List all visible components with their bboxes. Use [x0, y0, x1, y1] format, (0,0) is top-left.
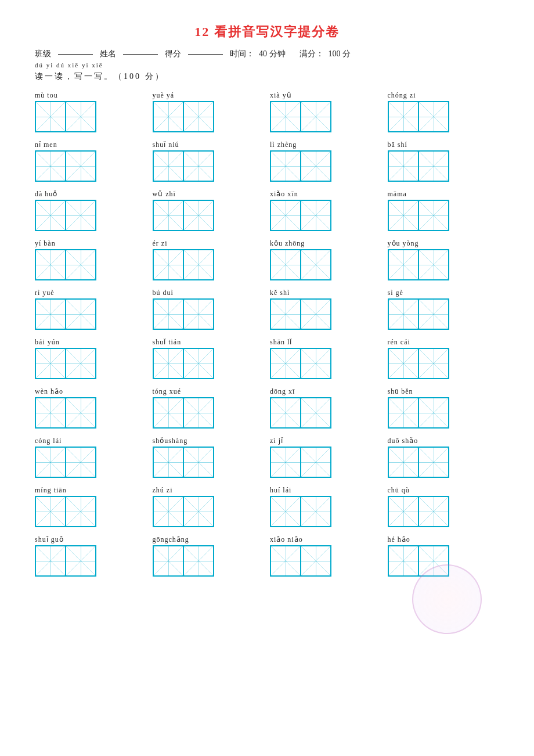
- char-box[interactable]: [183, 102, 214, 132]
- char-boxes[interactable]: [35, 496, 96, 527]
- char-box[interactable]: [153, 299, 183, 329]
- char-box[interactable]: [66, 546, 96, 576]
- name-blank[interactable]: [123, 54, 158, 55]
- char-box[interactable]: [183, 546, 214, 576]
- char-box[interactable]: [153, 151, 183, 181]
- char-box[interactable]: [301, 151, 331, 181]
- char-boxes[interactable]: [388, 200, 449, 231]
- char-box[interactable]: [35, 102, 66, 132]
- char-box[interactable]: [270, 447, 301, 477]
- char-box[interactable]: [66, 299, 96, 329]
- char-box[interactable]: [153, 200, 183, 231]
- char-box[interactable]: [388, 151, 418, 181]
- char-boxes[interactable]: [270, 200, 331, 231]
- char-boxes[interactable]: [35, 348, 96, 379]
- char-box[interactable]: [35, 250, 66, 280]
- char-box[interactable]: [301, 447, 331, 477]
- char-box[interactable]: [301, 398, 331, 428]
- char-box[interactable]: [183, 200, 214, 231]
- char-boxes[interactable]: [270, 496, 331, 527]
- char-box[interactable]: [35, 299, 66, 329]
- char-box[interactable]: [418, 496, 449, 527]
- char-box[interactable]: [183, 496, 214, 527]
- char-box[interactable]: [388, 299, 418, 329]
- char-boxes[interactable]: [153, 397, 214, 429]
- char-box[interactable]: [35, 398, 66, 428]
- char-box[interactable]: [183, 250, 214, 280]
- char-boxes[interactable]: [270, 447, 331, 478]
- char-box[interactable]: [183, 398, 214, 428]
- char-box[interactable]: [418, 250, 449, 280]
- char-boxes[interactable]: [153, 348, 214, 379]
- class-blank[interactable]: [58, 54, 93, 55]
- char-box[interactable]: [270, 348, 301, 379]
- char-boxes[interactable]: [35, 249, 96, 280]
- char-boxes[interactable]: [270, 545, 331, 577]
- char-box[interactable]: [270, 250, 301, 280]
- char-box[interactable]: [183, 348, 214, 379]
- char-box[interactable]: [66, 102, 96, 132]
- char-boxes[interactable]: [388, 298, 449, 330]
- char-box[interactable]: [418, 299, 449, 329]
- char-box[interactable]: [301, 250, 331, 280]
- char-box[interactable]: [66, 348, 96, 379]
- char-box[interactable]: [153, 250, 183, 280]
- char-boxes[interactable]: [388, 447, 449, 478]
- char-box[interactable]: [66, 398, 96, 428]
- char-boxes[interactable]: [388, 348, 449, 379]
- char-box[interactable]: [388, 546, 418, 576]
- char-box[interactable]: [183, 447, 214, 477]
- char-box[interactable]: [153, 398, 183, 428]
- char-box[interactable]: [66, 496, 96, 527]
- char-box[interactable]: [418, 398, 449, 428]
- char-box[interactable]: [153, 447, 183, 477]
- char-box[interactable]: [35, 447, 66, 477]
- char-box[interactable]: [388, 102, 418, 132]
- char-box[interactable]: [388, 447, 418, 477]
- char-boxes[interactable]: [153, 249, 214, 280]
- char-box[interactable]: [66, 151, 96, 181]
- char-box[interactable]: [388, 348, 418, 379]
- char-box[interactable]: [270, 398, 301, 428]
- char-box[interactable]: [301, 348, 331, 379]
- char-box[interactable]: [153, 546, 183, 576]
- char-box[interactable]: [418, 200, 449, 231]
- char-boxes[interactable]: [270, 397, 331, 429]
- char-boxes[interactable]: [153, 150, 214, 182]
- char-box[interactable]: [270, 496, 301, 527]
- char-boxes[interactable]: [388, 397, 449, 429]
- char-box[interactable]: [388, 250, 418, 280]
- char-box[interactable]: [153, 102, 183, 132]
- char-boxes[interactable]: [35, 397, 96, 429]
- char-box[interactable]: [418, 546, 449, 576]
- char-boxes[interactable]: [35, 545, 96, 577]
- char-boxes[interactable]: [153, 496, 214, 527]
- char-box[interactable]: [35, 151, 66, 181]
- score-blank[interactable]: [188, 54, 223, 55]
- char-box[interactable]: [270, 299, 301, 329]
- char-box[interactable]: [35, 348, 66, 379]
- char-box[interactable]: [418, 348, 449, 379]
- char-box[interactable]: [183, 299, 214, 329]
- char-box[interactable]: [388, 398, 418, 428]
- char-box[interactable]: [270, 151, 301, 181]
- char-boxes[interactable]: [35, 447, 96, 478]
- char-box[interactable]: [153, 496, 183, 527]
- char-boxes[interactable]: [35, 101, 96, 132]
- char-boxes[interactable]: [153, 298, 214, 330]
- char-boxes[interactable]: [153, 101, 214, 132]
- char-boxes[interactable]: [270, 348, 331, 379]
- char-box[interactable]: [418, 102, 449, 132]
- char-boxes[interactable]: [270, 249, 331, 280]
- char-boxes[interactable]: [35, 298, 96, 330]
- char-box[interactable]: [301, 546, 331, 576]
- char-box[interactable]: [388, 200, 418, 231]
- char-boxes[interactable]: [153, 447, 214, 478]
- char-box[interactable]: [35, 546, 66, 576]
- char-boxes[interactable]: [388, 545, 449, 577]
- char-box[interactable]: [418, 447, 449, 477]
- char-box[interactable]: [301, 102, 331, 132]
- char-box[interactable]: [301, 496, 331, 527]
- char-box[interactable]: [153, 348, 183, 379]
- char-boxes[interactable]: [35, 150, 96, 182]
